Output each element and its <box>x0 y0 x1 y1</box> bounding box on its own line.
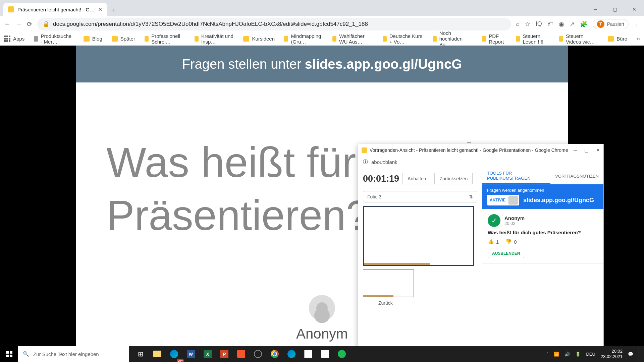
task-view-icon[interactable]: ⊞ <box>132 346 149 362</box>
bookmark-folder[interactable]: PDF Report <box>482 33 506 45</box>
app-icon[interactable] <box>317 346 333 362</box>
thumbs-up-button[interactable]: 👍1 <box>488 239 499 245</box>
extensions-icon[interactable]: 🧩 <box>580 20 587 28</box>
show-desktop-button[interactable] <box>639 346 642 362</box>
check-icon[interactable]: ✓ <box>488 214 500 227</box>
bookmark-folder[interactable]: Steuern Videos wic… <box>559 33 599 45</box>
reload-icon[interactable]: ⟳ <box>27 20 33 28</box>
bookmark-folder[interactable]: Professionell Schrei… <box>145 33 185 45</box>
taskbar-clock[interactable]: 20:02 23.02.2021 <box>601 349 623 359</box>
text-cursor-icon: ⌶ <box>467 141 471 148</box>
bookmark-folder[interactable]: Kursideen <box>243 36 275 42</box>
close-tab-icon[interactable]: ✕ <box>98 6 102 13</box>
tray-chevron-icon[interactable]: ˄ <box>546 352 548 357</box>
maximize-icon[interactable]: ▢ <box>605 3 625 16</box>
prev-slide-thumbnail[interactable] <box>363 269 414 297</box>
browser-tab[interactable]: Präsentieren leicht gemacht! - G… ✕ <box>3 3 107 16</box>
notifications-icon[interactable]: 💬 <box>628 352 633 357</box>
thumbs-down-icon: 👎 <box>505 239 512 245</box>
browser-tab-bar: Präsentieren leicht gemacht! - G… ✕ + ─ … <box>0 0 644 16</box>
accepting-label: Fragen werden angenommen <box>487 188 599 193</box>
powerpoint-icon[interactable]: P <box>216 346 233 362</box>
star-icon[interactable]: ☆ <box>525 20 530 28</box>
tab-speaker-notes[interactable]: VORTRAGSNOTIZEN <box>550 168 603 184</box>
brave-icon[interactable] <box>233 346 250 362</box>
question-time: 20:02 <box>504 221 525 226</box>
obs-icon[interactable] <box>250 346 266 362</box>
start-button[interactable] <box>0 346 18 362</box>
presentation-stage: Fragen stellen unter slides.app.goo.gl/U… <box>0 46 644 362</box>
banner-prefix: Fragen stellen unter <box>182 57 302 72</box>
popup-titlebar[interactable]: Vortragenden-Ansicht - Präsentieren leic… <box>358 144 603 156</box>
presenter-right-panel: TOOLS FÜR PUBLIKUMSFRAGEN VORTRAGSNOTIZE… <box>482 168 603 362</box>
presenter-view-popup: Vortragenden-Ansicht - Präsentieren leic… <box>358 144 604 362</box>
back-label: Zurück <box>378 300 482 306</box>
forward-icon[interactable]: → <box>15 20 22 28</box>
profile-badge[interactable]: T Pausiert <box>593 19 629 29</box>
bookmark-folder[interactable]: Wahlfächer WU Aus… <box>332 33 373 45</box>
popup-maximize-icon[interactable]: ▢ <box>584 147 589 153</box>
slides-favicon <box>362 147 367 153</box>
bookmark-folder[interactable]: Noch hochladen Bu… <box>433 30 473 47</box>
word-icon[interactable]: W <box>182 346 199 362</box>
thumbs-up-icon: 👍 <box>488 239 494 245</box>
bookmark-folder[interactable]: Mindmapping (Gru… <box>284 33 323 45</box>
popup-close-icon[interactable]: ✕ <box>596 147 600 153</box>
url-text: docs.google.com/presentation/d/1yV372SO5… <box>53 21 368 27</box>
bookmark-folder[interactable]: Später <box>112 36 135 42</box>
language-indicator[interactable]: DEU <box>586 352 595 357</box>
bookmark-folder[interactable]: Steuern Lesen !!!! <box>516 33 549 45</box>
notepad-icon[interactable] <box>300 346 317 362</box>
popup-url: about:blank <box>371 159 397 165</box>
mail-icon[interactable]: 99+ <box>166 346 182 362</box>
bookmark-folder[interactable]: Deutsche Kurs + Vo… <box>383 33 423 45</box>
arrow-extension-icon[interactable]: ↗ <box>570 20 575 28</box>
question-text: Was heißt für dich gutes Präsentieren? <box>488 230 598 235</box>
iq-extension-icon[interactable]: IQ <box>536 20 542 27</box>
profile-avatar: T <box>597 20 604 28</box>
tab-title: Präsentieren leicht gemacht! - G… <box>17 7 95 12</box>
wifi-icon[interactable]: 📶 <box>554 352 559 357</box>
slides-favicon <box>8 6 14 12</box>
lock-icon: 🔒 <box>43 20 50 27</box>
questions-toggle[interactable]: AKTIVIE <box>487 195 519 205</box>
zoom-icon[interactable]: ⌕ <box>516 20 520 27</box>
tab-audience-tools[interactable]: TOOLS FÜR PUBLIKUMSFRAGEN <box>482 168 550 184</box>
bookmark-folder[interactable]: Büro <box>608 36 627 42</box>
toggle-knob <box>508 196 518 204</box>
anon-author: Anonym <box>296 295 348 342</box>
info-icon[interactable]: ⓘ <box>363 159 368 165</box>
menu-icon[interactable]: ⋮ <box>634 20 640 28</box>
circle-extension-icon[interactable]: ◉ <box>559 20 564 28</box>
excel-icon[interactable]: X <box>199 346 216 362</box>
taskbar-search[interactable]: 🔍Zur Suche Text hier eingeben <box>18 346 129 362</box>
hide-button[interactable]: AUSBLENDEN <box>488 249 524 258</box>
battery-icon[interactable]: 🔋 <box>575 352 581 357</box>
back-icon[interactable]: ← <box>4 20 11 28</box>
windows-taskbar: 🔍Zur Suche Text hier eingeben ⊞ 99+ W X … <box>0 346 644 362</box>
spotify-icon[interactable] <box>333 346 350 362</box>
bookmark-folder[interactable]: Kreativität und Insp… <box>195 33 234 45</box>
minimize-icon[interactable]: ─ <box>586 3 605 16</box>
volume-icon[interactable]: 🔊 <box>565 352 570 357</box>
bookmarks-bar: Apps Produktsuche - Mer… Blog Später Pro… <box>0 32 644 46</box>
address-bar: ← → ⟳ 🔒 docs.google.com/presentation/d/1… <box>0 16 644 32</box>
close-window-icon[interactable]: ✕ <box>625 3 644 16</box>
file-explorer-icon[interactable] <box>149 346 166 362</box>
thumbs-down-button[interactable]: 👎0 <box>505 239 517 245</box>
url-field[interactable]: 🔒 docs.google.com/presentation/d/1yV372S… <box>37 18 511 31</box>
reset-button[interactable]: Zurücksetzen <box>434 173 473 184</box>
chrome-icon[interactable] <box>266 346 283 362</box>
bookmark-folder[interactable]: Blog <box>84 36 102 42</box>
tag-extension-icon[interactable]: 🏷 <box>547 20 553 27</box>
slide-selector[interactable]: Folie 3 ⇅ <box>363 191 477 202</box>
share-link: slides.app.goo.gl/UgncG <box>523 197 594 204</box>
new-tab-button[interactable]: + <box>107 4 119 16</box>
bookmark-folder[interactable]: Produktsuche - Mer… <box>34 33 74 45</box>
popup-minimize-icon[interactable]: ─ <box>574 147 577 153</box>
apps-button[interactable]: Apps <box>4 36 24 42</box>
edge-icon[interactable] <box>283 346 300 362</box>
current-slide-thumbnail[interactable] <box>363 206 474 266</box>
pause-button[interactable]: Anhalten <box>402 173 431 184</box>
bookmarks-overflow-icon[interactable]: » <box>637 35 640 42</box>
